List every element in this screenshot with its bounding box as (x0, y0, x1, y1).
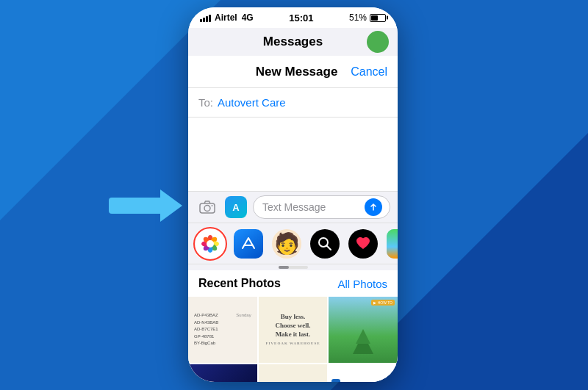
svg-point-12 (207, 240, 214, 248)
time-display: 15:01 (289, 12, 313, 24)
arrow-head (160, 189, 182, 222)
maps-icon (387, 229, 398, 259)
messages-nav-bar: Messages (188, 28, 398, 56)
carrier-info: Airtel 4G (200, 12, 254, 23)
photo-cell-2-1[interactable]: hi (188, 364, 257, 382)
cancel-button[interactable]: Cancel (351, 65, 387, 79)
scroll-thumb (279, 266, 289, 269)
signal-bars (200, 13, 211, 22)
photo-cell-2-2[interactable]: Buy less.Choose well.Make it last. (259, 364, 328, 382)
to-label: To: (198, 96, 213, 109)
text-message-input[interactable]: Text Message (253, 195, 390, 219)
memoji-icon-wrap[interactable]: 🧑 (272, 229, 301, 259)
maps-icon-wrap[interactable] (387, 229, 398, 259)
buy-less-poster-2: Buy less.Choose well.Make it last. (259, 364, 328, 382)
battery-fill (371, 15, 378, 21)
battery-percent: 51% (349, 12, 367, 23)
all-photos-link[interactable]: All Photos (337, 278, 387, 290)
scroll-indicator (188, 264, 398, 270)
messages-title: Messages (263, 35, 323, 49)
svg-point-2 (212, 205, 213, 206)
phone-frame: Airtel 4G 15:01 51% Messages New Message… (188, 7, 398, 382)
status-bar: Airtel 4G 15:01 51% (188, 7, 398, 28)
svg-point-1 (204, 206, 210, 212)
to-field: To: Autovert Care (188, 88, 398, 118)
carrier-label: Airtel (215, 12, 237, 23)
photo-cell-1-2[interactable]: Buy less.Choose well.Make it last. FIVEO… (259, 297, 328, 363)
appstore-icon[interactable]: A (225, 196, 247, 218)
camera-icon[interactable] (196, 195, 219, 219)
battery-info: 51% (349, 12, 386, 23)
search-app-icon (310, 229, 340, 259)
send-button[interactable] (365, 198, 382, 216)
health-icon (348, 229, 378, 259)
recent-photos-header: Recent Photos All Photos (188, 270, 398, 297)
arrow-indicator (109, 189, 182, 222)
search-app-icon-wrap[interactable] (310, 229, 340, 259)
arrow-body (109, 198, 160, 214)
photos-app-icon-wrap[interactable] (196, 229, 225, 259)
appstore-row-icon-wrap[interactable] (234, 229, 263, 259)
to-value[interactable]: Autovert Care (218, 96, 286, 109)
new-message-bar: New Message Cancel (188, 56, 398, 88)
compose-area[interactable] (188, 118, 398, 191)
photo-cell-1-1[interactable]: AD-P43BAZ Sunday AD-N43BAB AD-B7C7E1 GP-… (188, 297, 257, 363)
photo-cell-2-3[interactable]: iCloud Drive On My iPhone CamScanner Goo… (329, 364, 398, 382)
health-icon-wrap[interactable] (348, 229, 378, 259)
photos-app-icon (196, 229, 225, 259)
text-placeholder: Text Message (262, 201, 326, 213)
toolbar: A Text Message (188, 191, 398, 223)
recent-photos-title: Recent Photos (198, 277, 281, 290)
memoji-icon: 🧑 (272, 229, 301, 259)
battery-icon (370, 14, 386, 22)
photo-cell-1-3[interactable]: ▶ HOW TO (329, 297, 398, 363)
share-list: iCloud Drive On My iPhone CamScanner Goo… (329, 364, 398, 382)
photo-row-2: hi Buy less.Choose well.Make it last. iC… (188, 364, 398, 382)
svg-line-14 (327, 245, 331, 250)
buy-less-poster: Buy less.Choose well.Make it last. FIVEO… (259, 297, 328, 363)
new-message-title: New Message (256, 65, 338, 79)
photo-grid: AD-P43BAZ Sunday AD-N43BAB AD-B7C7E1 GP-… (188, 297, 398, 382)
scroll-track (279, 266, 308, 269)
avatar (367, 31, 389, 53)
appstore-row-icon (234, 229, 263, 259)
photo-row-1: AD-P43BAZ Sunday AD-N43BAB AD-B7C7E1 GP-… (188, 297, 398, 363)
app-icon-row: 🧑 (188, 223, 398, 264)
network-type: 4G (242, 12, 254, 23)
dark-photo: hi (188, 364, 257, 382)
photo-text-content: AD-P43BAZ Sunday AD-N43BAB AD-B7C7E1 GP-… (188, 297, 257, 363)
